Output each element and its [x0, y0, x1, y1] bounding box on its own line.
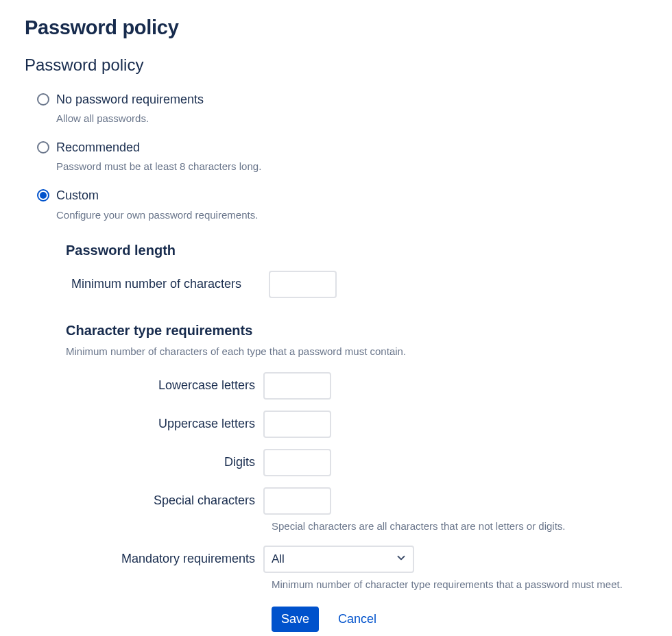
special-input[interactable]	[263, 487, 331, 515]
special-help: Special characters are all characters th…	[272, 520, 647, 532]
policy-radio-group: No password requirements Allow all passw…	[25, 91, 647, 222]
section-title: Password policy	[25, 56, 647, 75]
uppercase-input[interactable]	[263, 411, 331, 438]
cancel-button[interactable]: Cancel	[338, 612, 376, 626]
radio-label[interactable]: Recommended	[56, 139, 261, 156]
radio-option-recommended[interactable]: Recommended Password must be at least 8 …	[37, 139, 647, 173]
radio-text: Custom Configure your own password requi…	[56, 187, 258, 221]
radio-button[interactable]	[37, 189, 49, 201]
button-row: Save Cancel	[272, 607, 647, 632]
password-length-title: Password length	[66, 243, 647, 258]
field-digits: Digits	[66, 449, 647, 476]
char-type-title: Character type requirements	[66, 323, 647, 339]
lowercase-input[interactable]	[263, 372, 331, 400]
lowercase-label: Lowercase letters	[66, 378, 263, 393]
radio-option-custom[interactable]: Custom Configure your own password requi…	[37, 187, 647, 221]
mandatory-label: Mandatory requirements	[66, 552, 263, 566]
radio-text: Recommended Password must be at least 8 …	[56, 139, 261, 173]
page-title: Password policy	[25, 16, 647, 39]
save-button[interactable]: Save	[272, 607, 319, 632]
field-min-chars: Minimum number of characters	[66, 271, 647, 298]
min-chars-input[interactable]	[269, 271, 337, 298]
radio-label[interactable]: No password requirements	[56, 91, 204, 108]
min-chars-label: Minimum number of characters	[66, 277, 269, 291]
radio-text: No password requirements Allow all passw…	[56, 91, 204, 125]
field-uppercase: Uppercase letters	[66, 411, 647, 438]
field-special: Special characters	[66, 487, 647, 515]
special-label: Special characters	[66, 493, 263, 508]
mandatory-select-wrapper: All	[263, 546, 414, 573]
custom-config-panel: Password length Minimum number of charac…	[66, 243, 647, 632]
radio-description: Allow all passwords.	[56, 111, 204, 125]
radio-description: Configure your own password requirements…	[56, 208, 258, 222]
mandatory-help: Minimum number of character type require…	[272, 578, 647, 590]
radio-button[interactable]	[37, 93, 49, 106]
radio-description: Password must be at least 8 characters l…	[56, 159, 261, 173]
radio-option-no-requirements[interactable]: No password requirements Allow all passw…	[37, 91, 647, 125]
char-type-description: Minimum number of characters of each typ…	[66, 345, 647, 357]
radio-button[interactable]	[37, 141, 49, 154]
field-lowercase: Lowercase letters	[66, 372, 647, 400]
field-mandatory: Mandatory requirements All	[66, 546, 647, 573]
digits-label: Digits	[66, 455, 263, 469]
uppercase-label: Uppercase letters	[66, 417, 263, 431]
mandatory-select[interactable]: All	[263, 546, 414, 573]
radio-label[interactable]: Custom	[56, 187, 258, 204]
digits-input[interactable]	[263, 449, 331, 476]
